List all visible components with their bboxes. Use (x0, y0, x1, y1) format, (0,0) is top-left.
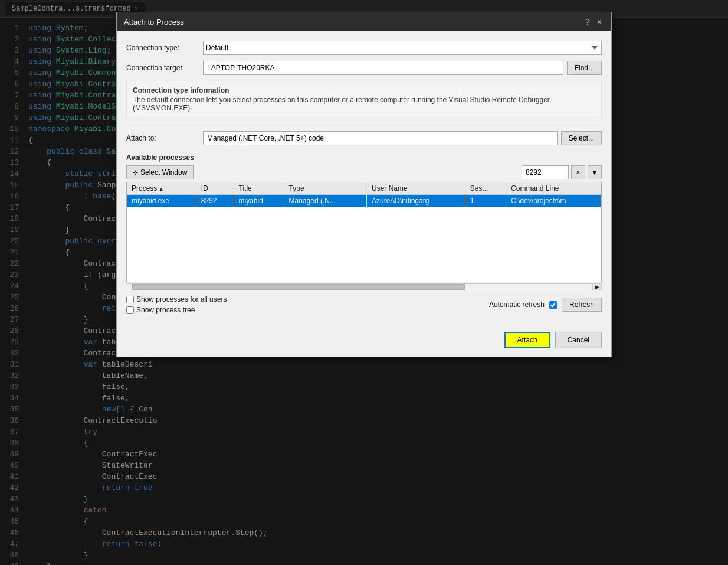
show-all-users-checkbox-row[interactable]: Show processes for all users (126, 295, 227, 303)
dialog-titlebar: Attach to Process ? × (117, 12, 611, 31)
cell-process: miyabid.exe (127, 195, 196, 207)
show-all-users-checkbox[interactable] (126, 296, 134, 303)
connection-target-control: Find... (203, 61, 602, 75)
col-title[interactable]: Title (234, 182, 284, 195)
attach-to-row: Attach to: Select... (126, 131, 602, 145)
cell-id: 8292 (196, 195, 234, 207)
col-username[interactable]: User Name (366, 182, 465, 195)
process-table: Process ID Title Type User Name Ses... C… (127, 182, 601, 207)
modal-backdrop: Attach to Process ? × Connection type: D… (0, 0, 728, 565)
auto-refresh-checkbox[interactable] (549, 301, 557, 309)
dialog-titlebar-buttons: ? × (583, 17, 604, 27)
attach-to-process-dialog: Attach to Process ? × Connection type: D… (116, 12, 612, 357)
show-tree-checkbox-row[interactable]: Show process tree (126, 306, 227, 314)
dialog-body: Connection type: Default Connection targ… (117, 31, 611, 326)
connection-type-row: Connection type: Default (126, 41, 602, 55)
connection-type-control: Default (203, 41, 602, 55)
cancel-button[interactable]: Cancel (555, 332, 602, 348)
process-table-body: miyabid.exe8292miyabidManaged (.N...Azur… (127, 195, 601, 207)
dialog-footer: Attach Cancel (117, 326, 611, 357)
attach-to-control: Select... (203, 131, 602, 145)
show-tree-checkbox[interactable] (126, 306, 134, 314)
scroll-thumb[interactable] (132, 284, 465, 290)
connection-target-label: Connection target: (126, 64, 203, 72)
search-box: × ▼ (522, 165, 602, 179)
process-table-head: Process ID Title Type User Name Ses... C… (127, 182, 601, 195)
refresh-button[interactable]: Refresh (562, 298, 602, 312)
cell-type: Managed (.N... (284, 195, 366, 207)
select-window-label: Select Window (140, 168, 187, 177)
horizontal-scrollbar[interactable]: ▶ (126, 283, 602, 290)
col-session[interactable]: Ses... (465, 182, 506, 195)
processes-toolbar: ⊹ Select Window × ▼ (126, 165, 602, 179)
search-dropdown-button[interactable]: ▼ (588, 165, 602, 179)
process-search-input[interactable] (522, 165, 569, 179)
show-tree-label: Show process tree (136, 306, 195, 314)
connection-target-row: Connection target: Find... (126, 61, 602, 75)
info-text: The default connection lets you select p… (133, 96, 595, 112)
select-window-button[interactable]: ⊹ Select Window (126, 165, 194, 179)
connection-info-box: Connection type information The default … (126, 81, 602, 117)
dialog-title: Attach to Process (124, 18, 184, 27)
attach-to-label: Attach to: (126, 134, 203, 142)
cell-title: miyabid (234, 195, 284, 207)
bottom-options: Show processes for all users Show proces… (126, 295, 602, 314)
cell-session: 1 (465, 195, 506, 207)
select-button[interactable]: Select... (561, 131, 602, 145)
attach-to-input[interactable] (203, 131, 558, 145)
show-all-users-label: Show processes for all users (136, 295, 227, 303)
col-id[interactable]: ID (196, 182, 234, 195)
auto-refresh-label: Automatic refresh (489, 301, 545, 309)
clear-search-button[interactable]: × (571, 165, 585, 179)
scroll-right-arrow[interactable]: ▶ (592, 283, 602, 290)
auto-refresh-row: Automatic refresh Refresh (236, 298, 602, 312)
divider-1 (126, 125, 602, 125)
find-button[interactable]: Find... (567, 61, 602, 75)
dialog-help-button[interactable]: ? (583, 17, 592, 27)
col-type[interactable]: Type (284, 182, 366, 195)
available-processes-title: Available processes (126, 154, 602, 162)
cursor-icon: ⊹ (133, 169, 138, 177)
cell-user_name: AzureAD\nitingarg (366, 195, 465, 207)
col-process[interactable]: Process (127, 182, 196, 195)
info-title: Connection type information (133, 86, 595, 94)
connection-type-label: Connection type: (126, 44, 203, 52)
connection-type-select[interactable]: Default (203, 41, 602, 55)
connection-target-input[interactable] (203, 61, 563, 75)
cell-command_line: C:\dev\projects\m (506, 195, 601, 207)
col-cmdline[interactable]: Command Line (506, 182, 601, 195)
table-row[interactable]: miyabid.exe8292miyabidManaged (.N...Azur… (127, 195, 601, 207)
attach-button[interactable]: Attach (504, 332, 550, 348)
process-table-container[interactable]: Process ID Title Type User Name Ses... C… (126, 182, 602, 282)
dialog-close-button[interactable]: × (595, 17, 604, 27)
